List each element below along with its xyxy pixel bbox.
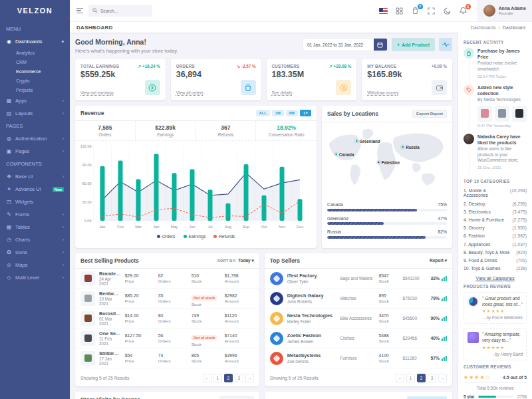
sidebar-item[interactable]: ❖ Base UI ›: [0, 170, 70, 183]
page-button[interactable]: 3: [428, 374, 436, 382]
range-button[interactable]: 6M: [286, 110, 298, 116]
sidebar-item[interactable]: Crypto: [0, 76, 70, 85]
page-button[interactable]: ←: [396, 374, 404, 382]
page-button[interactable]: →: [438, 374, 447, 382]
map-marker[interactable]: Russia: [401, 144, 420, 149]
sidebar-item[interactable]: ◎ Maps ›: [0, 259, 70, 271]
sidebar-item[interactable]: ▦ Apps ›: [0, 94, 70, 107]
product-name: Borosil Paper Cup: [99, 311, 121, 317]
sidebar-item[interactable]: ◳ Widgets: [0, 196, 70, 208]
notifications-bell-icon[interactable]: 3: [459, 7, 467, 15]
sidebar-item[interactable]: COMPONENTS: [0, 158, 70, 170]
category-row[interactable]: 4. Home & Furniture (2,275): [464, 215, 527, 223]
calendar-button[interactable]: [374, 39, 387, 51]
date-range-input[interactable]: [303, 39, 374, 51]
page-button[interactable]: 1: [213, 374, 222, 382]
add-product-button[interactable]: + Add Product: [392, 38, 435, 51]
sidebar-item[interactable]: Ecommerce: [0, 66, 70, 76]
product-row[interactable]: One Seater Sofa 11 Feb 2021 $127.50Price…: [75, 329, 259, 348]
sidebar-item[interactable]: ◇ Multi Level ›: [0, 271, 70, 284]
stat-link[interactable]: View all orders: [176, 90, 203, 95]
map-marker[interactable]: Canada: [334, 152, 354, 156]
stat-value: $165.89k: [367, 70, 447, 79]
apps-grid-icon[interactable]: [395, 7, 404, 15]
seller-row[interactable]: iTest Factory Oliver Tyler Bags and Wall…: [265, 269, 452, 289]
sidebar-item[interactable]: ✪ Icons ›: [0, 246, 70, 259]
stat-link[interactable]: See details: [272, 90, 293, 95]
user-menu[interactable]: Anna Adame Founder: [477, 0, 532, 21]
chevron-icon: ›: [63, 250, 64, 255]
product-row[interactable]: Borosil Paper Cup 01 Mar 2021 $14.00Pric…: [75, 309, 259, 329]
page-button[interactable]: 3: [235, 374, 243, 382]
sidebar-item[interactable]: ▦ Tables ›: [0, 221, 70, 233]
stat-link[interactable]: View net earnings: [80, 90, 114, 95]
generate-report-button[interactable]: [407, 396, 447, 399]
activity-item[interactable]: Purchase by James Price Product noise ev…: [464, 48, 527, 84]
category-row[interactable]: 2. Desktop (6,256): [464, 200, 527, 207]
page-button[interactable]: ←: [203, 374, 211, 382]
page-button[interactable]: →: [245, 374, 254, 382]
sidebar-item[interactable]: ✎ Forms ›: [0, 208, 70, 221]
product-review-card[interactable]: " Great product and looks great, lots of…: [464, 292, 527, 325]
report-dropdown[interactable]: Report ▾: [430, 258, 447, 263]
seller-row[interactable]: Nesta Technologies Harley Fuller Bike Ac…: [265, 309, 452, 329]
sidebar-item[interactable]: ▤ Layouts ›: [0, 107, 70, 120]
cart-bag-icon[interactable]: 7: [411, 7, 420, 15]
category-row[interactable]: 5. Grocery (1,950): [464, 224, 527, 232]
page-button[interactable]: 2: [417, 374, 426, 382]
export-report-button[interactable]: Export Report: [219, 396, 254, 399]
category-row[interactable]: 7. Appliances (1,037): [464, 240, 527, 248]
product-thumb-chair[interactable]: [495, 106, 509, 122]
sidebar-item[interactable]: ◍ Authentication ›: [0, 132, 70, 145]
activity-item[interactable]: Natasha Carey have liked the products Al…: [464, 134, 527, 176]
sidebar-item-label: Layouts: [15, 110, 33, 116]
product-row[interactable]: Branded T-Shirts 24 Apr 2021 $29.00Price…: [75, 269, 259, 289]
sort-by-dropdown[interactable]: SORT BY: Today ▾: [217, 258, 254, 263]
category-row[interactable]: 6. Fashion (1,582): [464, 232, 527, 240]
category-name: 4. Home & Furniture: [464, 217, 504, 222]
category-row[interactable]: 3. Electronics (3,479): [464, 207, 527, 215]
stat-link[interactable]: Withdraw money: [367, 90, 398, 95]
sidebar-item[interactable]: ◉ Dashboards ▾: [0, 35, 70, 48]
fullscreen-icon[interactable]: [427, 7, 436, 15]
range-button[interactable]: 1Y: [300, 110, 311, 116]
map-marker[interactable]: Palestine: [377, 160, 400, 165]
sidebar-item[interactable]: ▣ Pages ›: [0, 145, 70, 158]
dark-mode-moon-icon[interactable]: [443, 7, 452, 15]
language-flag-icon[interactable]: [379, 7, 388, 15]
sidebar-item[interactable]: ✦ Advance UI New: [0, 183, 70, 196]
page-button[interactable]: 2: [224, 374, 233, 382]
product-thumb-jacket[interactable]: [477, 106, 492, 122]
revenue-range-buttons: ALL 1M 6M 1Y: [256, 110, 312, 116]
sidebar-item[interactable]: CRM: [0, 57, 70, 66]
sidebar-item[interactable]: MENU: [0, 23, 70, 35]
category-row[interactable]: 9. Food & Drinks (701): [464, 256, 527, 264]
sidebar-item[interactable]: ◷ Charts ›: [0, 233, 70, 246]
category-row[interactable]: 8. Beauty, Toys & More (924): [464, 248, 527, 256]
export-report-button[interactable]: Export Report: [412, 110, 447, 118]
view-all-categories-link[interactable]: View all Categories: [464, 276, 527, 281]
activity-item[interactable]: Added new style collection By Nesta Tech…: [464, 84, 527, 134]
breadcrumb-root[interactable]: Dashboards: [471, 25, 496, 30]
range-button[interactable]: ALL: [256, 110, 270, 116]
search-input[interactable]: [100, 9, 147, 13]
brand-logo[interactable]: VELZON: [0, 0, 70, 21]
range-button[interactable]: 1M: [272, 110, 284, 116]
product-review-card[interactable]: " Amazing template, very easy to..." ★★★…: [464, 328, 527, 360]
seller-row[interactable]: Meta4Systems Zoe Dennis Furniture 4100St…: [265, 348, 452, 368]
sidebar-item[interactable]: Projects: [0, 85, 70, 94]
seller-row[interactable]: Zoetic Fashion James Bowen Clothes 5488S…: [265, 329, 452, 348]
page-button[interactable]: 1: [406, 374, 415, 382]
activity-pulse-button[interactable]: [439, 38, 452, 51]
sidebar-item[interactable]: PAGES: [0, 120, 70, 132]
product-row[interactable]: Bentwood Chair 19 Mar 2021 $85.20Price 3…: [75, 289, 259, 309]
sidebar-item[interactable]: Analytics: [0, 48, 70, 57]
category-row[interactable]: 1. Mobile & Accessories (10,294): [464, 187, 527, 200]
product-thumb-bag[interactable]: [512, 106, 527, 122]
total-reviews: Total 5.50k reviews: [464, 382, 527, 394]
category-row[interactable]: 10. Toys & Games (239): [464, 265, 527, 273]
seller-row[interactable]: Digitech Galaxy John Roberts Watches 895…: [265, 289, 452, 309]
map-marker[interactable]: Greenland: [354, 138, 380, 143]
product-row[interactable]: Stillbird Helmet 17 Jan 2021 $54Price 74…: [75, 348, 259, 368]
hamburger-menu-icon[interactable]: [76, 8, 83, 13]
